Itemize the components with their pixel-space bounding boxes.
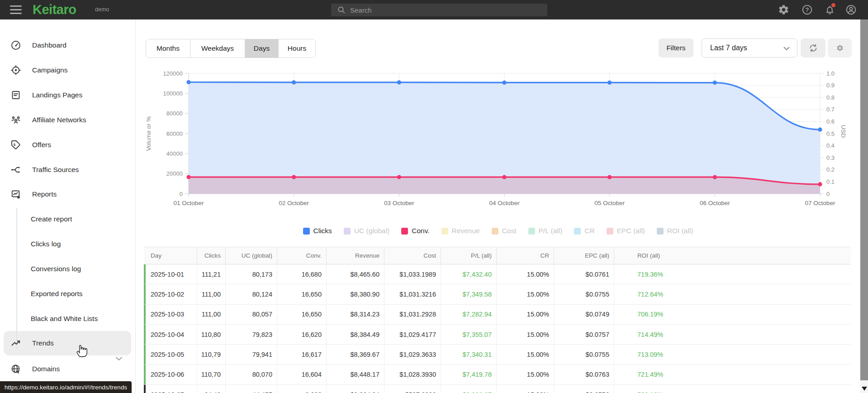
column-header-day[interactable]: Day: [144, 247, 197, 264]
chart-settings-button[interactable]: [828, 38, 852, 58]
column-header-roi-all[interactable]: ROI (all): [614, 247, 851, 264]
sidebar-item-landings-pages[interactable]: Landings Pages: [0, 85, 136, 105]
sidebar-item-label: Offers: [32, 141, 51, 149]
svg-text:80000: 80000: [166, 110, 183, 117]
column-header-pl-all[interactable]: P/L (all): [441, 247, 497, 264]
sidebar-item-affiliate-networks[interactable]: Affiliate Networks: [0, 110, 136, 130]
legend-item-cr[interactable]: CR: [574, 227, 594, 235]
gear-icon: [836, 44, 844, 52]
refresh-icon: [808, 43, 818, 53]
cell-conv: 16,604: [277, 365, 327, 384]
sidebar-item-offers[interactable]: $ Offers: [0, 135, 136, 155]
report-chart-icon: [10, 189, 21, 200]
scrollbar-thumb[interactable]: [860, 19, 868, 380]
tab-months[interactable]: Months: [146, 39, 190, 58]
landing-page-icon: [10, 90, 21, 101]
legend-label: P/L (all): [539, 227, 563, 235]
cell-conv: 16,617: [277, 345, 327, 364]
column-header-conv[interactable]: Conv.: [277, 247, 327, 264]
cell-roi: 713.09%: [614, 345, 851, 364]
search-input[interactable]: [350, 6, 547, 14]
table-row[interactable]: 2025-10-05110,7979,94116,617$8,369.67$1,…: [144, 345, 851, 364]
legend-swatch: [528, 228, 535, 235]
legend-swatch: [441, 228, 448, 235]
cell-pl: $7,355.07: [441, 325, 497, 344]
legend-item-clicks[interactable]: Clicks: [303, 227, 332, 235]
legend-swatch: [401, 228, 408, 235]
legend-item-uc-global[interactable]: UC (global): [344, 227, 389, 235]
sidebar-item-clicks-log[interactable]: Clicks log: [31, 240, 61, 248]
svg-text:06 October: 06 October: [700, 200, 730, 206]
trends-chart[interactable]: 00.10.20.30.40.50.60.70.80.91.001 Octobe…: [136, 57, 860, 217]
sidebar-item-create-report[interactable]: Create report: [31, 215, 72, 223]
cell-clicks: 110,70: [197, 365, 226, 384]
sidebar-item-dashboard[interactable]: Dashboard: [0, 35, 136, 55]
legend-item-revenue[interactable]: Revenue: [441, 227, 480, 235]
filters-button[interactable]: Filters: [659, 38, 693, 58]
column-header-uc-global[interactable]: UC (global): [226, 247, 277, 264]
cell-clicks: 111,00: [197, 305, 226, 324]
table-row[interactable]: 2025-10-01111,2180,17316,680$8,465.60$1,…: [144, 264, 851, 284]
scrollbar-down-arrow[interactable]: [862, 387, 867, 391]
cell-cost: $1,029.3633: [384, 345, 441, 364]
date-range-select[interactable]: Last 7 days: [702, 38, 797, 58]
account-icon[interactable]: [845, 4, 857, 15]
hamburger-menu-icon[interactable]: [10, 5, 22, 14]
column-header-revenue[interactable]: Revenue: [327, 247, 384, 264]
legend-item-cost[interactable]: Cost: [492, 227, 517, 235]
sidebar-item-reports[interactable]: Reports: [0, 184, 136, 204]
tab-weekdays[interactable]: Weekdays: [190, 39, 245, 58]
people-icon: [10, 115, 21, 125]
top-bar: Keitaro demo ?: [0, 0, 868, 19]
cell-day: 2025-10-03: [146, 305, 197, 324]
table-row[interactable]: 2025-10-06110,7080,07016,604$8,448.17$1,…: [144, 365, 851, 385]
sidebar-item-exported-reports[interactable]: Exported reports: [31, 290, 83, 298]
cell-roi: 719.36%: [614, 264, 851, 284]
tab-days[interactable]: Days: [245, 39, 279, 58]
cell-cost: $1,033.1989: [384, 264, 441, 284]
cell-revenue: $8,465.60: [327, 264, 384, 284]
svg-text:60000: 60000: [166, 130, 183, 137]
vertical-scrollbar[interactable]: [860, 19, 868, 393]
legend-item-roi-all[interactable]: ROI (all): [657, 227, 693, 235]
global-search[interactable]: [331, 4, 547, 16]
table-row[interactable]: 2025-10-03111,0080,05716,650$8,314.23$1,…: [144, 305, 851, 325]
table-row[interactable]: 2025-10-04110,8079,82316,620$8,384.49$1,…: [144, 325, 851, 345]
table-row-partial[interactable]: 2025-10-0764,4044,4576,668$3,364.04$527.…: [144, 385, 851, 393]
svg-text:0.3: 0.3: [826, 154, 835, 161]
cell-cost: $527.3933: [384, 385, 441, 393]
legend-label: EPC (all): [617, 227, 645, 235]
column-header-cost[interactable]: Cost: [384, 247, 441, 264]
sidebar-item-traffic-sources[interactable]: Traffic Sources: [0, 160, 136, 180]
trend-arrow-icon: [10, 338, 21, 349]
sidebar-item-black-white-lists[interactable]: Black and White Lists: [31, 315, 98, 323]
column-header-clicks[interactable]: Clicks: [197, 247, 226, 264]
cell-cr: 15.00%: [497, 345, 554, 364]
cell-uc: 80,057: [226, 305, 277, 324]
cell-epc: $0.0761: [554, 264, 614, 284]
sidebar-item-trends[interactable]: Trends: [0, 333, 136, 353]
sidebar-item-campaigns[interactable]: Campaigns: [0, 60, 136, 80]
svg-text:1.0: 1.0: [826, 70, 835, 77]
cell-uc: 80,173: [226, 264, 277, 284]
cell-cr: 15.00%: [497, 365, 554, 384]
cell-day: 2025-10-04: [146, 325, 197, 344]
sidebar-item-label: Landings Pages: [32, 91, 82, 99]
sidebar-item-label: Campaigns: [32, 66, 67, 74]
sidebar: Dashboard Campaigns Landings Pages Affil…: [0, 19, 136, 393]
legend-item-pl-all[interactable]: P/L (all): [528, 227, 563, 235]
column-header-cr[interactable]: CR: [497, 247, 554, 264]
cell-day: 2025-10-02: [146, 284, 197, 304]
legend-item-conv[interactable]: Conv.: [401, 227, 429, 235]
table-row[interactable]: 2025-10-02111,0080,12416,650$8,380.90$1,…: [144, 284, 851, 304]
sidebar-item-domains[interactable]: Domains: [0, 359, 136, 379]
tab-hours[interactable]: Hours: [279, 39, 315, 58]
settings-gear-icon[interactable]: [778, 4, 789, 15]
column-header-epc-all[interactable]: EPC (all): [554, 247, 614, 264]
help-icon[interactable]: ?: [802, 4, 813, 15]
svg-text:0.4: 0.4: [826, 142, 835, 149]
sidebar-item-conversions-log[interactable]: Conversions log: [31, 265, 81, 273]
legend-item-epc-all[interactable]: EPC (all): [607, 227, 645, 235]
cell-cost: $1,029.4177: [384, 325, 441, 344]
refresh-button[interactable]: [801, 38, 825, 58]
